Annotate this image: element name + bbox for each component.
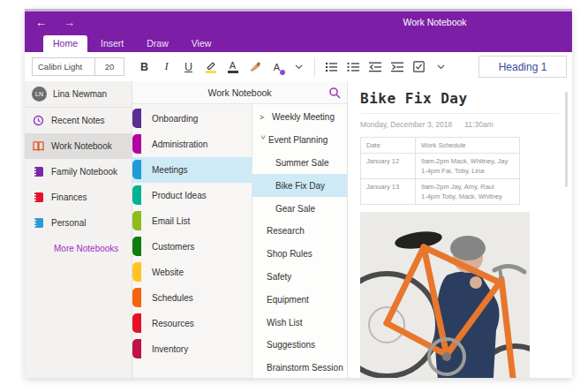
font-size-field[interactable]: 20 <box>94 57 124 76</box>
section-website[interactable]: Website <box>132 260 252 285</box>
section-onboarding[interactable]: Onboarding <box>132 106 252 132</box>
user-account-row[interactable]: LN Lina Newman <box>25 81 132 108</box>
page-equipment[interactable]: Equipment <box>252 288 347 311</box>
section-schedules[interactable]: Schedules <box>132 285 252 311</box>
font-group-chevron[interactable] <box>288 57 310 78</box>
search-icon[interactable] <box>328 87 341 99</box>
section-color-tab <box>132 262 141 282</box>
section-email-list[interactable]: Email List <box>132 208 252 234</box>
numbered-list-button[interactable] <box>342 57 364 78</box>
tab-home[interactable]: Home <box>43 35 87 52</box>
page-event-planning[interactable]: > Event Planning <box>252 129 347 152</box>
page-label: Summer Sale <box>252 158 329 168</box>
back-arrow-icon[interactable]: ← <box>35 17 47 29</box>
section-resources[interactable]: Resources <box>132 311 252 336</box>
page-bike-fix-day[interactable]: Bike Fix Day <box>252 174 347 197</box>
tab-draw[interactable]: Draw <box>137 35 178 52</box>
section-label: Onboarding <box>152 114 198 124</box>
chevron-down-icon <box>437 64 445 70</box>
cell-schedule[interactable]: 9am-2pm Jay, Amy, Raul 1-4pm Toby, Mack,… <box>416 179 520 205</box>
page-list: > Weekly Meeting > Event Planning Summer… <box>252 104 347 378</box>
sidebar-item-label: Personal <box>51 218 86 228</box>
checkbox-icon <box>413 61 425 72</box>
section-color-tab <box>132 109 141 128</box>
font-name-field[interactable]: Calibri Light <box>32 57 95 76</box>
text-effects-button[interactable]: A <box>266 57 288 78</box>
bold-button[interactable]: B <box>133 57 155 78</box>
font-color-button[interactable]: A <box>222 57 244 78</box>
page-suggestions[interactable]: Suggestions <box>252 334 347 357</box>
page-summer-sale[interactable]: Summer Sale <box>252 152 347 175</box>
tab-insert[interactable]: Insert <box>91 35 133 52</box>
highlighter-button[interactable] <box>200 57 222 78</box>
underline-button[interactable]: U <box>177 57 200 78</box>
sidebar-item-work-notebook[interactable]: Work Notebook <box>25 133 132 159</box>
section-label: Product Ideas <box>152 191 207 200</box>
expander-collapsed-icon[interactable]: > <box>260 113 272 122</box>
page-label: Event Planning <box>268 135 328 145</box>
expander-expanded-icon[interactable]: > <box>259 135 267 146</box>
sidebar-item-finances[interactable]: Finances <box>25 185 132 210</box>
sidebar-item-label: Recent Notes <box>51 116 105 125</box>
sidebar-item-label: Work Notebook <box>51 141 112 151</box>
notebook-panel-title: Work Notebook <box>207 87 271 98</box>
recent-clock-icon <box>33 115 44 126</box>
bullet-list-button[interactable] <box>320 57 342 78</box>
table-row[interactable]: January 13 9am-2pm Jay, Amy, Raul 1-4pm … <box>361 179 520 205</box>
open-notebook-icon <box>33 140 44 152</box>
italic-button[interactable]: I <box>155 57 177 78</box>
section-label: Meetings <box>152 165 188 175</box>
sidebar-item-personal[interactable]: Personal <box>25 210 132 236</box>
page-date: Monday, December 3, 2018 <box>360 120 452 129</box>
section-color-tab <box>132 185 141 205</box>
cell-date[interactable]: January 13 <box>361 179 416 205</box>
sidebar-item-recent-notes[interactable]: Recent Notes <box>25 108 132 133</box>
page-weekly-meeting[interactable]: > Weekly Meeting <box>252 106 347 129</box>
page-wish-list[interactable]: Wish List <box>252 311 347 334</box>
forward-arrow-icon[interactable]: → <box>64 17 75 29</box>
format-painter-button[interactable] <box>244 57 266 78</box>
todo-tag-button[interactable] <box>408 57 430 78</box>
text-effects-letter: A <box>274 62 280 72</box>
page-label: Brainstorm Session <box>252 363 343 373</box>
notebook-panel-header: Work Notebook <box>132 81 347 104</box>
notebook-icon <box>33 192 44 203</box>
notebook-panel: Work Notebook Onboarding Administration <box>132 81 348 378</box>
work-schedule-table[interactable]: Date Work Schedule January 12 9am-2pm Ma… <box>360 137 520 205</box>
section-customers[interactable]: Customers <box>132 234 252 260</box>
page-safety[interactable]: Safety <box>252 266 347 289</box>
page-research[interactable]: Research <box>252 220 347 243</box>
ribbon-tab-bar: Home Insert Draw View <box>25 35 572 52</box>
section-label: Website <box>152 268 184 277</box>
page-brainstorm-session[interactable]: Brainstorm Session <box>252 357 347 378</box>
page-shop-rules[interactable]: Shop Rules <box>252 243 347 266</box>
section-product-ideas[interactable]: Product Ideas <box>132 183 252 208</box>
indent-button[interactable] <box>386 57 408 78</box>
notebooks-sidebar: LN Lina Newman Recent Notes Work Noteboo… <box>25 81 132 378</box>
section-label: Email List <box>152 216 190 226</box>
outdent-button[interactable] <box>364 57 386 78</box>
section-administration[interactable]: Administration <box>132 132 252 157</box>
style-picker[interactable]: Heading 1 <box>478 56 567 78</box>
onenote-app-window: ← → Work Notebook Home Insert Draw View … <box>25 9 572 378</box>
section-list: Onboarding Administration Meetings Produ… <box>132 104 252 378</box>
list-group-chevron[interactable] <box>430 57 452 78</box>
toolbar-separator <box>314 57 315 77</box>
photo-man-carrying-orange-bike[interactable] <box>360 212 530 378</box>
section-label: Administration <box>152 139 207 149</box>
page-title[interactable]: Bike Fix Day <box>360 90 572 107</box>
outdent-icon <box>369 62 381 72</box>
tab-view[interactable]: View <box>182 35 222 52</box>
table-row[interactable]: January 12 9am-2pm Mack, Whitney, Jay 1-… <box>361 154 520 179</box>
section-meetings[interactable]: Meetings <box>132 157 252 183</box>
cell-schedule[interactable]: 9am-2pm Mack, Whitney, Jay 1-4pm Fai, To… <box>416 154 520 179</box>
content-scrollbar[interactable] <box>565 92 568 187</box>
avatar: LN <box>32 87 47 102</box>
sidebar-item-family-notebook[interactable]: Family Notebook <box>25 159 132 185</box>
section-label: Resources <box>152 319 194 328</box>
more-notebooks-link[interactable]: More Notebooks <box>25 236 132 261</box>
cell-date[interactable]: January 12 <box>361 154 416 179</box>
section-inventory[interactable]: Inventory <box>132 336 252 362</box>
page-gear-sale[interactable]: Gear Sale <box>252 197 347 220</box>
section-color-tab <box>132 211 141 230</box>
